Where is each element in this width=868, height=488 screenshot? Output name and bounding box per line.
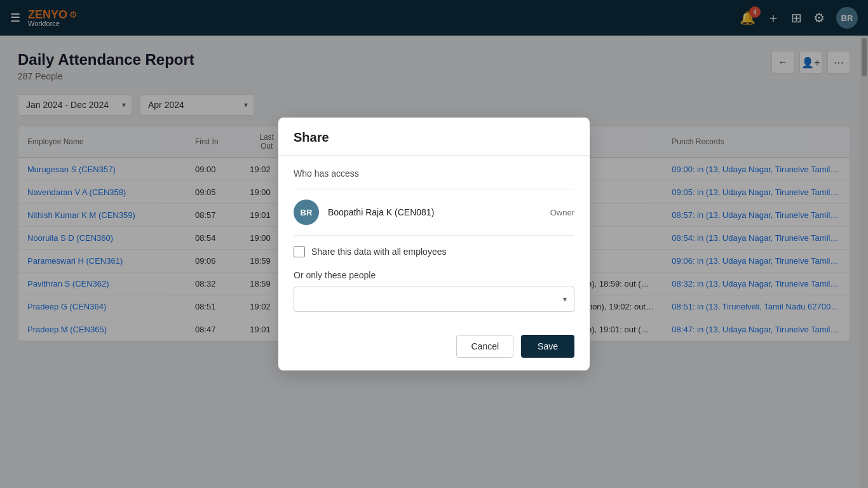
people-select[interactable]: [294, 287, 574, 312]
modal-title: Share: [294, 130, 574, 145]
divider-2: [294, 235, 574, 236]
modal-body: Who has access BR Boopathi Raja K (CEN08…: [278, 156, 590, 325]
modal-overlay[interactable]: Share Who has access BR Boopathi Raja K …: [0, 0, 868, 488]
save-button[interactable]: Save: [521, 335, 574, 358]
owner-name: Boopathi Raja K (CEN081): [328, 207, 541, 217]
share-all-label[interactable]: Share this data with all employees: [311, 247, 446, 257]
divider-1: [294, 189, 574, 189]
share-all-checkbox-row: Share this data with all employees: [294, 246, 574, 257]
owner-badge: Owner: [550, 208, 574, 217]
owner-avatar: BR: [294, 200, 319, 225]
people-select-wrapper: [294, 287, 574, 312]
who-has-access-label: Who has access: [294, 168, 574, 179]
owner-row: BR Boopathi Raja K (CEN081) Owner: [294, 200, 574, 225]
share-all-checkbox[interactable]: [294, 246, 305, 257]
cancel-button[interactable]: Cancel: [456, 335, 513, 358]
modal-header: Share: [278, 118, 590, 156]
modal-footer: Cancel Save: [278, 325, 590, 370]
share-modal: Share Who has access BR Boopathi Raja K …: [278, 118, 590, 370]
or-label: Or only these people: [294, 270, 574, 280]
